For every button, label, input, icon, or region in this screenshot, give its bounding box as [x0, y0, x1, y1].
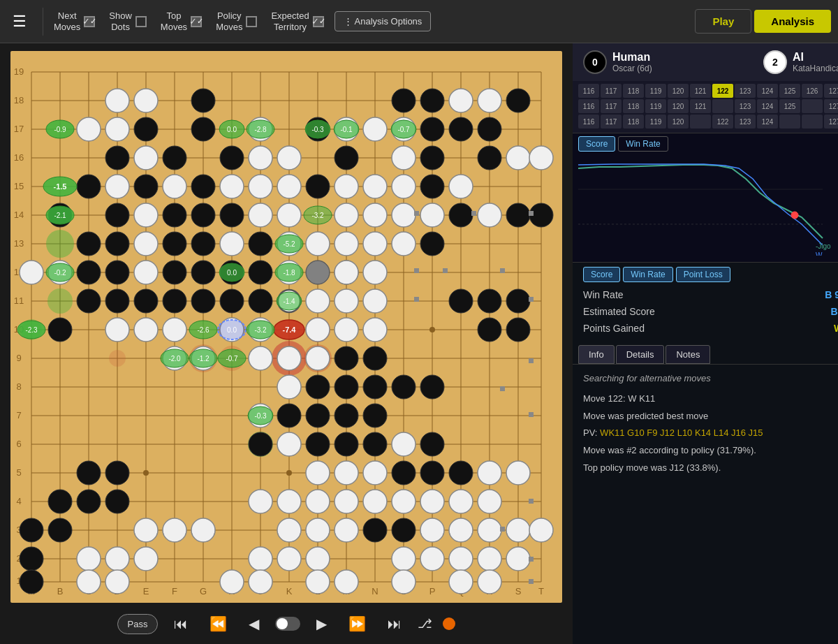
win-rate-stat: Win Rate B 99.3% [583, 286, 838, 303]
back-one-button[interactable]: ◀ [243, 613, 265, 635]
svg-text:-1.4: -1.4 [283, 298, 295, 305]
black-player-info: 0 Human Oscar (6d) [583, 50, 652, 74]
move-cell[interactable]: 117 [601, 115, 622, 129]
move-cell[interactable]: 118 [623, 99, 644, 113]
svg-point-171 [306, 432, 330, 456]
move-cell[interactable]: 123 [735, 84, 756, 98]
move-cell[interactable] [802, 115, 823, 129]
point-loss-tab[interactable]: Point Loss [676, 267, 730, 282]
svg-text:-0.1: -0.1 [340, 126, 353, 133]
move-cell[interactable]: 127 [824, 115, 838, 129]
move-cell[interactable] [779, 115, 800, 129]
svg-text:-1.8: -1.8 [283, 269, 295, 277]
win-rate-tab-lower[interactable]: Win Rate [623, 267, 672, 282]
svg-point-197 [363, 117, 387, 141]
move-cell[interactable] [802, 99, 823, 113]
move-cell[interactable]: 120 [668, 115, 689, 129]
branch-icon[interactable]: ⎇ [418, 616, 432, 631]
move-cell[interactable]: 119 [645, 84, 666, 98]
next-moves-toggle[interactable]: NextMoves ✓ [47, 10, 102, 32]
svg-point-187 [20, 547, 43, 571]
move-cell[interactable]: 127 [824, 84, 838, 98]
move-cell[interactable]: 120 [668, 99, 689, 113]
forward-many-button[interactable]: ⏩ [343, 613, 372, 635]
svg-point-269 [449, 490, 473, 513]
move-cell[interactable]: 117 [601, 84, 622, 98]
last-move-button[interactable]: ⏭ [382, 613, 407, 635]
svg-text:-1.5: -1.5 [54, 182, 67, 191]
move-cell[interactable]: 127 [824, 99, 838, 113]
svg-point-143 [249, 261, 272, 284]
svg-point-146 [77, 289, 101, 313]
go-board[interactable]: ABC DEF GHJ KLM NOP QRS T 191817 161514 … [10, 51, 562, 603]
move-cell[interactable]: 117 [601, 99, 622, 113]
menu-icon[interactable]: ☰ [7, 7, 32, 36]
analysis-options-button[interactable]: ⋮ Analysis Options [335, 11, 432, 31]
svg-point-225 [306, 232, 330, 256]
move-cell[interactable]: 119 [645, 99, 666, 113]
policy-moves-toggle[interactable]: PolicyMoves [209, 10, 264, 32]
top-moves-toggle[interactable]: TopMoves ✓ [154, 10, 209, 32]
svg-point-268 [420, 490, 444, 513]
move-cell[interactable]: 119 [645, 115, 666, 129]
back-many-button[interactable]: ⏪ [204, 613, 233, 635]
forward-one-button[interactable]: ▶ [311, 613, 332, 635]
policy-moves-checkbox[interactable] [246, 16, 257, 27]
pass-button[interactable]: Pass [117, 614, 159, 634]
win-rate-tab-upper[interactable]: Win Rate [618, 136, 668, 152]
move-cell[interactable]: 116 [578, 99, 599, 113]
svg-point-110 [420, 117, 444, 141]
expected-territory-toggle[interactable]: ExpectedTerritory ✓ [264, 10, 330, 32]
notes-tab[interactable]: Notes [666, 345, 710, 364]
info-tab[interactable]: Info [578, 345, 615, 364]
svg-point-239 [363, 289, 387, 313]
players-header: 0 Human Oscar (6d) 2 AI KataHandicap (9d… [573, 43, 838, 81]
move-cell[interactable]: 123 [735, 115, 756, 129]
details-tab[interactable]: Details [616, 345, 665, 364]
svg-point-168 [335, 404, 358, 427]
move-cell[interactable]: 116 [578, 84, 599, 98]
white-player-info: 2 AI KataHandicap (9d) [763, 50, 838, 74]
move-cell-current[interactable]: 122 [712, 84, 733, 98]
svg-text:4: 4 [16, 496, 21, 506]
move-cell[interactable]: 122 [712, 115, 733, 129]
svg-point-192 [478, 89, 501, 112]
pv-moves-link[interactable]: WK11 G10 F9 J12 L10 K14 L14 J16 J15 [600, 427, 763, 438]
svg-point-108 [191, 117, 215, 141]
score-tab[interactable]: Score [578, 136, 615, 152]
svg-point-253 [277, 375, 301, 399]
move-cell[interactable]: 125 [779, 99, 800, 113]
move-cell[interactable]: 121 [690, 99, 711, 113]
move-cell[interactable]: 124 [757, 115, 778, 129]
move-cell[interactable]: 125 [779, 84, 800, 98]
svg-point-261 [506, 461, 530, 485]
move-cell[interactable]: 123 [735, 99, 756, 113]
move-cell[interactable]: 120 [668, 84, 689, 98]
move-cell[interactable]: 118 [623, 84, 644, 98]
svg-text:-2.0: -2.0 [168, 355, 181, 363]
show-dots-toggle[interactable]: ShowDots [102, 10, 154, 32]
stone-color-toggle[interactable] [275, 617, 300, 631]
move-cell[interactable]: 121 [690, 84, 711, 98]
move-cell[interactable]: 118 [623, 115, 644, 129]
svg-text:-0.3: -0.3 [311, 126, 324, 133]
svg-text:-1.2: -1.2 [197, 355, 210, 363]
show-dots-checkbox[interactable] [135, 16, 147, 27]
first-move-button[interactable]: ⏮ [168, 613, 193, 635]
move-cell[interactable] [690, 115, 711, 129]
move-cell[interactable]: 126 [802, 84, 823, 98]
analysis-button[interactable]: Analysis [754, 10, 831, 33]
svg-point-289 [420, 547, 444, 571]
move-cell[interactable]: 116 [578, 115, 599, 129]
move-cell[interactable]: 124 [757, 99, 778, 113]
svg-point-97 [46, 230, 74, 258]
top-moves-checkbox[interactable]: ✓ [191, 16, 202, 27]
score-tab-lower[interactable]: Score [583, 267, 620, 282]
next-moves-checkbox[interactable]: ✓ [84, 16, 95, 27]
move-cell[interactable]: 124 [757, 84, 778, 98]
svg-point-276 [335, 518, 358, 542]
move-cell[interactable] [712, 99, 733, 113]
play-button[interactable]: Play [695, 9, 751, 34]
expected-territory-checkbox[interactable]: ✓ [313, 16, 324, 27]
svg-point-107 [134, 117, 158, 141]
